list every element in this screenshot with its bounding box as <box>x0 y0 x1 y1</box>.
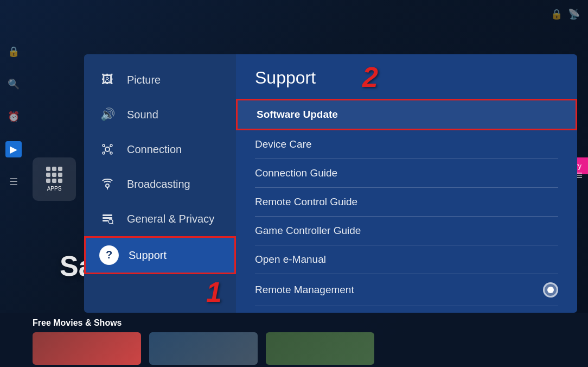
general-icon <box>98 209 117 229</box>
remote-control-guide-item[interactable]: Remote Control Guide <box>255 188 558 217</box>
sidebar-clock-icon[interactable]: ⏰ <box>5 109 22 125</box>
support-content: Support Software Update Device Care Conn… <box>236 54 577 313</box>
nav-connection-label: Connection <box>127 143 182 156</box>
sidebar-menu-icon[interactable]: ☰ <box>5 174 22 190</box>
remote-management-label: Remote Management <box>255 284 354 296</box>
game-controller-guide-item[interactable]: Game Controller Guide <box>255 217 558 245</box>
sidebar-play-icon[interactable]: ▶ <box>5 141 22 157</box>
game-controller-guide-label: Game Controller Guide <box>255 225 361 237</box>
device-care-item[interactable]: Device Care <box>255 130 558 159</box>
open-emanual-label: Open e-Manual <box>255 254 326 265</box>
thumbnail-1[interactable] <box>33 332 141 365</box>
open-emanual-item[interactable]: Open e-Manual <box>255 245 558 274</box>
svg-point-2 <box>110 144 112 147</box>
connection-icon <box>98 140 117 159</box>
svg-point-3 <box>103 152 105 154</box>
svg-point-9 <box>106 184 109 187</box>
connection-guide-item[interactable]: Connection Guide <box>255 159 558 188</box>
nav-support-label: Support <box>129 249 167 262</box>
svg-rect-11 <box>103 214 112 216</box>
support-icon: ? <box>99 245 119 265</box>
software-update-item[interactable]: Software Update <box>236 99 577 130</box>
left-sidebar: 🔒 🔍 ⏰ ▶ ☰ <box>0 0 27 367</box>
svg-point-4 <box>110 152 112 154</box>
svg-line-8 <box>110 151 111 153</box>
svg-line-6 <box>110 147 111 148</box>
nav-picture[interactable]: 🖼 Picture <box>84 62 236 97</box>
nav-broadcasting-label: Broadcasting <box>127 178 190 191</box>
svg-point-1 <box>103 144 105 147</box>
settings-nav: 🖼 Picture 🔊 Sound Conne <box>84 54 236 313</box>
broadcasting-icon <box>98 174 117 194</box>
free-movies-title: Free Movies & Shows <box>33 318 555 328</box>
svg-rect-12 <box>103 217 112 219</box>
bottom-bar: Free Movies & Shows <box>0 313 588 367</box>
remote-control-guide-label: Remote Control Guide <box>255 196 357 208</box>
nav-general-label: General & Privacy <box>127 213 214 225</box>
settings-panel: 🖼 Picture 🔊 Sound Conne <box>84 54 577 313</box>
sound-icon: 🔊 <box>98 105 117 124</box>
svg-rect-13 <box>103 220 108 222</box>
apps-grid <box>46 167 62 183</box>
thumbnail-3[interactable] <box>266 332 374 365</box>
nav-connection[interactable]: Connection <box>84 132 236 167</box>
software-update-label: Software Update <box>257 109 338 121</box>
sidebar-search-icon[interactable]: 🔍 <box>5 76 22 92</box>
picture-icon: 🖼 <box>98 70 117 90</box>
top-signal-icon: 📡 <box>568 8 580 20</box>
connection-guide-label: Connection Guide <box>255 167 337 179</box>
svg-line-7 <box>105 151 106 153</box>
about-tv-item[interactable]: About This TV <box>255 306 558 313</box>
thumbnail-row <box>33 332 555 365</box>
apps-label: APPS <box>47 186 62 192</box>
nav-picture-label: Picture <box>127 74 161 86</box>
svg-text:?: ? <box>106 249 112 261</box>
top-right-icons: 🔒 📡 <box>551 8 580 20</box>
device-care-label: Device Care <box>255 138 312 150</box>
annotation-1: 1 <box>206 276 222 308</box>
thumbnail-2[interactable] <box>149 332 258 365</box>
top-lock-icon: 🔒 <box>551 8 563 20</box>
svg-point-0 <box>105 147 110 151</box>
nav-sound[interactable]: 🔊 Sound <box>84 97 236 132</box>
annotation-2: 2 <box>362 61 378 93</box>
svg-point-14 <box>108 219 113 224</box>
svg-line-5 <box>105 147 106 148</box>
nav-support[interactable]: ? Support <box>84 236 236 274</box>
nav-broadcasting[interactable]: Broadcasting <box>84 167 236 201</box>
apps-box[interactable]: APPS <box>33 157 76 201</box>
svg-line-15 <box>112 223 113 224</box>
remote-management-item[interactable]: Remote Management <box>255 274 558 306</box>
nav-sound-label: Sound <box>127 109 158 121</box>
nav-general[interactable]: General & Privacy <box>84 201 236 236</box>
sidebar-lock-icon[interactable]: 🔒 <box>5 43 22 60</box>
remote-management-radio[interactable] <box>543 282 558 298</box>
content-title: Support <box>255 68 558 88</box>
